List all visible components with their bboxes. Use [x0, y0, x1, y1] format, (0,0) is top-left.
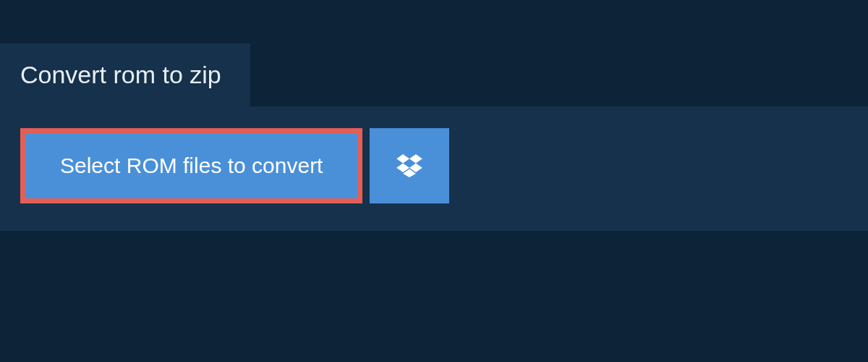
- main-panel: Select ROM files to convert: [0, 106, 868, 231]
- dropbox-icon: [396, 154, 422, 177]
- tab-header: Convert rom to zip: [0, 43, 250, 106]
- dropbox-button[interactable]: [370, 128, 449, 203]
- button-row: Select ROM files to convert: [20, 128, 848, 203]
- select-files-button[interactable]: Select ROM files to convert: [25, 133, 357, 198]
- page-title: Convert rom to zip: [20, 61, 221, 89]
- select-button-highlight: Select ROM files to convert: [20, 128, 362, 203]
